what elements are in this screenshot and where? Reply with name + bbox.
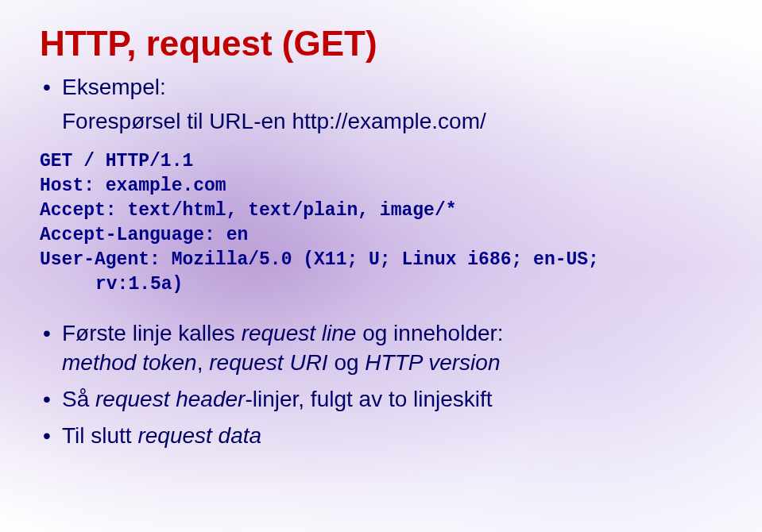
code-line-5: User-Agent: Mozilla/5.0 (X11; U; Linux i… xyxy=(40,249,599,270)
bullet-request-header: Så request header-linjer, fulgt av to li… xyxy=(40,385,722,414)
b3-prefix: Til slutt xyxy=(62,423,137,448)
intro-bullet: Eksempel: xyxy=(40,73,722,102)
b2-suffix: -linjer, fulgt av to linjeskift xyxy=(245,387,492,411)
b2-italic: request header xyxy=(95,387,245,411)
b1-method-token: method token xyxy=(62,350,197,375)
intro-list: Eksempel: xyxy=(40,73,722,102)
b1-request-uri: request URI xyxy=(209,350,327,375)
b3-italic: request data xyxy=(137,423,261,448)
b1-mid: og inneholder: xyxy=(356,321,503,345)
code-line-2: Host: example.com xyxy=(40,175,226,196)
code-line-4: Accept-Language: en xyxy=(40,225,248,245)
code-line-6: rv:1.5a) xyxy=(40,274,183,295)
b2-prefix: Så xyxy=(62,387,95,411)
code-line-3: Accept: text/html, text/plain, image/* xyxy=(40,200,457,221)
b1-sep1: , xyxy=(197,350,210,375)
intro-description: Forespørsel til URL-en http://example.co… xyxy=(40,108,722,135)
b1-http-version: HTTP version xyxy=(365,350,500,375)
intro-label: Eksempel: xyxy=(62,75,166,99)
code-block: GET / HTTP/1.1 Host: example.com Accept:… xyxy=(40,149,722,297)
b1-prefix: Første linje kalles xyxy=(62,321,242,345)
code-line-1: GET / HTTP/1.1 xyxy=(40,151,193,172)
slide-title: HTTP, request (GET) xyxy=(40,24,722,64)
b1-italic1: request line xyxy=(242,321,357,345)
bullet-request-data: Til slutt request data xyxy=(40,422,722,450)
explanation-list: Første linje kalles request line og inne… xyxy=(40,319,722,451)
b1-sep2: og xyxy=(328,350,366,375)
b1-line2: method token, request URI og HTTP versio… xyxy=(62,349,722,377)
bullet-request-line: Første linje kalles request line og inne… xyxy=(40,319,722,377)
